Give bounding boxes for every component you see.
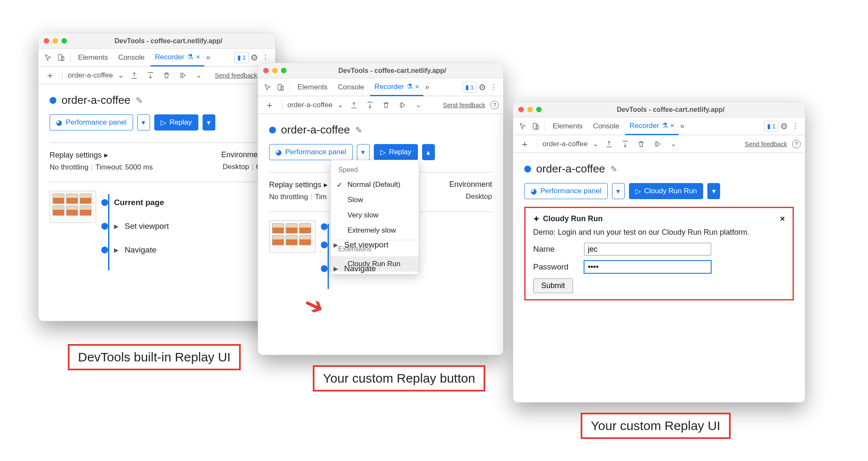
issues-badge[interactable]: ▮ 1 — [764, 121, 779, 132]
tab-recorder[interactable]: Recorder ⚗ × — [625, 118, 679, 135]
caption-custom-button: Your custom Replay button — [313, 365, 485, 392]
name-label: Name — [533, 244, 576, 254]
step-set-viewport[interactable]: ▶Set viewport — [334, 233, 389, 257]
tab-console[interactable]: Console — [114, 49, 149, 66]
password-input[interactable] — [584, 261, 711, 273]
window-title: DevTools - coffee-cart.netlify.app/ — [542, 106, 800, 114]
device-icon[interactable] — [530, 121, 541, 132]
svg-rect-5 — [536, 125, 539, 129]
tab-elements[interactable]: Elements — [74, 49, 112, 66]
chevron-down-icon: ⌄ — [118, 71, 124, 80]
performance-panel-dropdown[interactable]: ▾ — [612, 183, 625, 199]
svg-rect-4 — [533, 123, 537, 129]
more-tabs-icon[interactable]: » — [680, 122, 684, 131]
performance-panel-dropdown[interactable]: ▾ — [137, 114, 150, 131]
close-tab-icon[interactable]: × — [196, 53, 200, 61]
export-icon[interactable] — [129, 70, 140, 81]
chevron-down-icon[interactable]: ⌄ — [413, 100, 424, 111]
cloudy-run-run-button[interactable]: ▷Cloudy Run Run — [629, 183, 704, 199]
kebab-menu-icon[interactable]: ⋮ — [488, 82, 499, 93]
svg-rect-0 — [58, 55, 62, 61]
minimize-dot-icon[interactable] — [53, 38, 58, 44]
step-navigate[interactable]: ▶Navigate — [334, 257, 389, 280]
edit-pencil-icon[interactable]: ✎ — [355, 125, 362, 135]
replay-dropdown-open[interactable]: ▴ — [422, 144, 435, 160]
svg-rect-1 — [61, 56, 64, 60]
close-dot-icon[interactable] — [44, 38, 49, 44]
devtools-window-3: DevTools - coffee-cart.netlify.app/ Elem… — [513, 102, 805, 403]
recording-selector[interactable]: order-a-coffee⌄ — [287, 100, 343, 109]
cloudy-run-run-dropdown[interactable]: ▾ — [707, 183, 720, 199]
inspect-icon[interactable] — [262, 82, 273, 93]
name-input[interactable] — [584, 243, 711, 255]
help-icon[interactable]: ? — [792, 140, 801, 148]
zoom-dot-icon[interactable] — [61, 38, 67, 44]
issues-badge[interactable]: ▮ 1 — [462, 82, 477, 93]
trash-icon[interactable] — [636, 139, 647, 150]
new-recording-button[interactable]: ＋ — [43, 69, 57, 82]
tab-console[interactable]: Console — [334, 78, 368, 96]
new-recording-button[interactable]: ＋ — [517, 138, 532, 150]
chevron-down-icon[interactable]: ⌄ — [193, 70, 204, 81]
play-icon: ▷ — [161, 118, 166, 127]
tab-recorder[interactable]: Recorder ⚗ × — [370, 79, 423, 96]
recording-selector[interactable]: order-a-coffee⌄ — [542, 139, 598, 148]
inspect-icon[interactable] — [43, 52, 54, 63]
step-play-icon[interactable] — [177, 70, 188, 81]
close-panel-icon[interactable]: × — [780, 214, 785, 224]
step-set-viewport[interactable]: ▶Set viewport — [115, 214, 169, 238]
trash-icon[interactable] — [161, 70, 172, 81]
performance-panel-button[interactable]: ◕Performance panel — [524, 183, 608, 199]
menu-item-normal[interactable]: Normal (Default) — [331, 177, 419, 192]
tab-elements[interactable]: Elements — [548, 117, 587, 135]
step-navigate[interactable]: ▶Navigate — [115, 238, 169, 262]
import-icon[interactable] — [620, 139, 631, 150]
help-icon[interactable]: ? — [490, 101, 499, 109]
performance-panel-button[interactable]: ◕Performance panel — [269, 144, 353, 160]
import-icon[interactable] — [364, 100, 376, 111]
send-feedback-link[interactable]: Send feedback — [215, 72, 257, 79]
inspect-icon[interactable] — [517, 121, 529, 132]
step-play-icon[interactable] — [652, 139, 663, 150]
window-title: DevTools - coffee-cart.netlify.app/ — [67, 37, 270, 45]
edit-pencil-icon[interactable]: ✎ — [610, 164, 618, 174]
chevron-down-icon[interactable]: ⌄ — [668, 139, 679, 150]
tab-elements[interactable]: Elements — [293, 78, 332, 96]
device-icon[interactable] — [56, 52, 67, 63]
issues-badge[interactable]: ▮ 1 — [234, 52, 249, 63]
kebab-menu-icon[interactable]: ⋮ — [260, 52, 271, 63]
more-tabs-icon[interactable]: » — [206, 53, 210, 62]
trash-icon[interactable] — [381, 100, 392, 111]
step-play-icon[interactable] — [397, 100, 408, 111]
replay-settings-values: No throttling|Timeout: 5000 ms — [50, 163, 153, 172]
send-feedback-link[interactable]: Send feedback — [745, 140, 787, 147]
replay-settings-header[interactable]: Replay settings▸ — [50, 150, 153, 160]
replay-button[interactable]: ▷Replay — [374, 144, 418, 160]
replay-settings-header[interactable]: Replay settings — [269, 181, 321, 189]
performance-panel-dropdown[interactable]: ▾ — [357, 144, 370, 160]
devtools-tabbar: Elements Console Recorder ⚗ × » ▮ 1 ⚙ ⋮ — [39, 49, 275, 67]
device-icon[interactable] — [275, 82, 286, 93]
performance-panel-button[interactable]: ◕ Performance panel — [50, 114, 133, 131]
record-dot-icon — [50, 97, 56, 104]
export-icon[interactable] — [348, 100, 359, 111]
tab-recorder[interactable]: Recorder ⚗ × — [150, 49, 204, 67]
new-recording-button[interactable]: ＋ — [262, 99, 277, 111]
submit-button[interactable]: Submit — [533, 278, 573, 293]
menu-item-slow[interactable]: Slow — [331, 192, 419, 208]
edit-pencil-icon[interactable]: ✎ — [136, 95, 143, 106]
step-current-page[interactable]: Current page — [115, 191, 169, 214]
settings-gear-icon[interactable]: ⚙ — [479, 82, 486, 92]
settings-gear-icon[interactable]: ⚙ — [780, 121, 788, 131]
export-icon[interactable] — [604, 139, 615, 150]
tab-console[interactable]: Console — [589, 117, 623, 135]
import-icon[interactable] — [145, 70, 156, 81]
more-tabs-icon[interactable]: » — [425, 83, 429, 92]
recording-title-row: order-a-coffee ✎ — [50, 94, 264, 107]
replay-button[interactable]: ▷ Replay — [154, 114, 198, 131]
send-feedback-link[interactable]: Send feedback — [443, 101, 485, 108]
replay-dropdown[interactable]: ▾ — [203, 114, 215, 131]
kebab-menu-icon[interactable]: ⋮ — [790, 121, 801, 132]
recording-selector[interactable]: order-a-coffee ⌄ — [68, 71, 124, 80]
settings-gear-icon[interactable]: ⚙ — [250, 53, 258, 63]
